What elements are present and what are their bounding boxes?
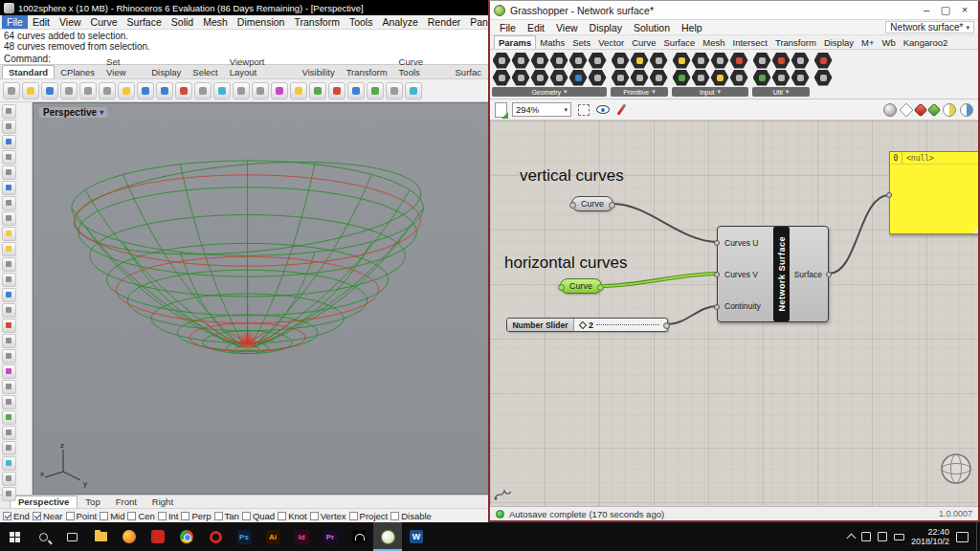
param-geometry-icon[interactable] [512, 53, 530, 69]
gh-tab[interactable]: Curve [628, 36, 659, 49]
gh-tab[interactable]: Display [820, 36, 858, 49]
number-slider[interactable]: Number Slider 2 [506, 318, 668, 332]
print-icon[interactable] [60, 82, 78, 99]
render-icon[interactable] [347, 82, 365, 99]
illustrator-button[interactable]: Ai [258, 522, 287, 551]
move-tool-icon[interactable] [2, 410, 16, 425]
param-input-icon[interactable] [692, 70, 710, 86]
param-primitive-icon[interactable] [612, 70, 630, 86]
ellipse-tool-icon[interactable] [2, 273, 16, 287]
undo-icon[interactable] [137, 82, 154, 99]
green-gem-icon[interactable] [927, 102, 941, 116]
rhino-menu-item[interactable]: Curve [86, 15, 122, 29]
save-icon[interactable] [41, 82, 58, 99]
checkbox[interactable] [278, 512, 286, 520]
checkbox[interactable] [3, 512, 11, 520]
data-panel[interactable]: 0 <null> [889, 151, 978, 234]
gh-menu-item[interactable]: View [550, 22, 584, 33]
input-curves-v[interactable]: Curves V [718, 258, 773, 290]
gh-tab[interactable]: Mesh [699, 36, 728, 49]
param-util-icon[interactable] [753, 53, 771, 69]
action-center-icon[interactable] [956, 532, 969, 542]
curve-param-u[interactable]: Curve [571, 196, 613, 211]
viewport-tab[interactable]: Right [145, 496, 181, 508]
arc-tool-icon[interactable] [2, 257, 16, 272]
display-tool-icon[interactable] [2, 150, 16, 165]
layer-icon[interactable] [271, 82, 288, 99]
close-button[interactable]: × [955, 4, 974, 16]
checkbox[interactable] [310, 512, 319, 520]
param-input-icon[interactable] [673, 70, 691, 86]
rhino-menu-item[interactable]: Solid [167, 15, 198, 29]
param-geometry-icon[interactable] [531, 70, 549, 86]
osnap-toggle[interactable]: Vertex [310, 511, 346, 521]
checkbox[interactable] [66, 512, 75, 520]
toolbar-tab[interactable]: Set View [100, 55, 145, 78]
output-surface[interactable]: Surface [790, 227, 828, 321]
gh-canvas[interactable]: vertical curves horizontal curves Curve … [490, 121, 978, 506]
input-nub[interactable] [714, 272, 720, 277]
toolbar-tab[interactable]: Surfac [450, 66, 487, 78]
param-misc-icon[interactable] [814, 70, 833, 86]
toolbar-tab[interactable]: CPlanes [55, 66, 100, 78]
param-primitive-icon[interactable] [650, 70, 668, 86]
mesh-tool-icon[interactable] [2, 334, 16, 348]
slider-grip[interactable] [579, 320, 587, 328]
grasshopper-doodle-icon[interactable] [493, 487, 512, 502]
param-util-icon[interactable] [791, 70, 810, 86]
red-ring-app-button[interactable] [201, 522, 230, 551]
checkbox[interactable] [214, 512, 223, 520]
param-input-icon[interactable] [711, 70, 729, 86]
selection-mode-icon[interactable] [576, 102, 590, 117]
param-primitive-icon[interactable] [612, 53, 630, 69]
polyline-tool-icon[interactable] [2, 211, 16, 226]
rhino-taskbar-button[interactable] [345, 522, 373, 551]
param-primitive-icon[interactable] [631, 53, 649, 69]
group-label-util[interactable]: Util▾ [752, 87, 810, 97]
toolbar-tab[interactable]: Standard [2, 65, 55, 78]
zoom-icon[interactable] [213, 82, 231, 99]
param-geometry-icon[interactable] [550, 53, 568, 69]
open-file-icon[interactable] [22, 82, 39, 99]
rhino-menu-item[interactable]: File [2, 15, 28, 29]
sketch-marker-icon[interactable] [614, 102, 629, 117]
rotate-view-icon[interactable] [252, 82, 269, 99]
viewport-tab[interactable]: Perspective [10, 496, 78, 508]
trim-tool-icon[interactable] [2, 364, 16, 379]
gh-tab[interactable]: Wb [879, 36, 900, 49]
osnap-toggle[interactable]: Point [66, 511, 98, 521]
group-label-horizontal-curves[interactable]: horizontal curves [504, 253, 628, 273]
checkbox[interactable] [181, 512, 189, 520]
param-util-icon[interactable] [772, 70, 791, 86]
line-tool-icon[interactable] [2, 196, 16, 210]
red-gem-icon[interactable] [914, 102, 927, 116]
checkbox[interactable] [127, 512, 136, 520]
lasso-tool-icon[interactable] [2, 120, 16, 134]
param-geometry-icon[interactable] [589, 70, 607, 86]
display-icon[interactable] [290, 82, 307, 99]
sweep-tool-icon[interactable] [2, 303, 16, 318]
split-tool-icon[interactable] [2, 380, 16, 394]
param-geometry-icon[interactable] [550, 70, 568, 86]
tray-expand-icon[interactable] [847, 534, 857, 543]
preview-eye-icon[interactable] [595, 102, 610, 117]
network-surface-component[interactable]: Curves U Curves V Continuity Network Sur… [717, 226, 829, 322]
photoshop-button[interactable]: Ps [230, 522, 258, 551]
toolbar-tab[interactable]: Display [145, 66, 187, 78]
premiere-button[interactable]: Pr [316, 522, 345, 551]
rhino-menu-item[interactable]: Dimension [233, 15, 290, 29]
scale-tool-icon[interactable] [2, 456, 16, 471]
copy-tool-icon[interactable] [2, 426, 16, 440]
pointer-tool-icon[interactable] [2, 104, 16, 119]
rhino-menu-item[interactable]: Tools [345, 15, 378, 29]
param-input-icon[interactable] [692, 53, 710, 69]
maximize-button[interactable]: ▢ [936, 4, 955, 16]
grasshopper-taskbar-button[interactable] [373, 522, 402, 551]
viewport-title[interactable]: Perspective▾ [39, 107, 107, 118]
red-app-button[interactable] [144, 522, 172, 551]
toolbar-tab[interactable]: Curve Tools [393, 55, 450, 78]
checkbox[interactable] [390, 512, 399, 520]
osnap-toggle[interactable]: Perp [181, 511, 211, 521]
rhino-menu-item[interactable]: Mesh [198, 15, 233, 29]
checkbox[interactable] [349, 512, 358, 520]
